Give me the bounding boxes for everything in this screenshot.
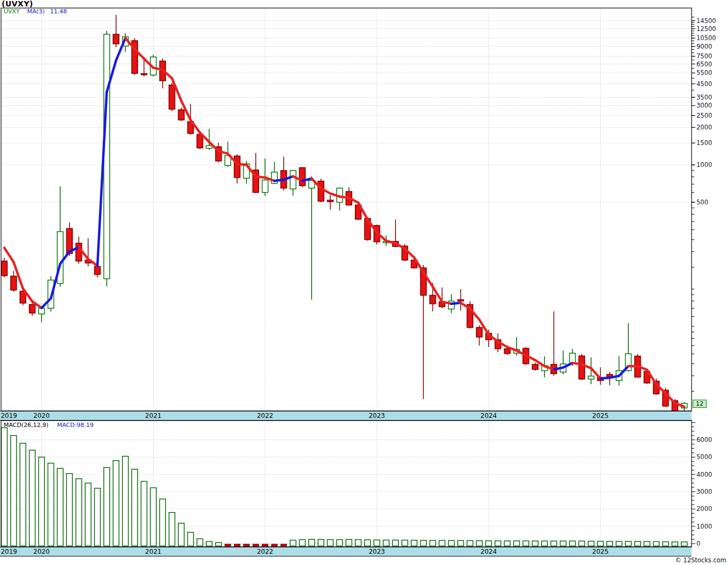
macd-bar xyxy=(570,541,575,546)
macd-bar xyxy=(672,542,678,546)
macd-bar xyxy=(150,488,156,546)
macd-bar xyxy=(430,540,436,546)
macd-bar xyxy=(486,541,491,546)
macd-bar xyxy=(654,541,659,546)
macd-bar xyxy=(29,450,35,546)
macd-bar xyxy=(421,540,427,546)
year-label: 2023 xyxy=(366,412,388,419)
year-label: 2020 xyxy=(31,412,52,419)
ticker-symbol-label: UVXY xyxy=(4,8,20,15)
macd-bar xyxy=(635,541,641,546)
macd-bar-negative xyxy=(253,544,259,546)
macd-bar xyxy=(48,463,54,546)
macd-bar xyxy=(625,541,631,546)
macd-bar xyxy=(355,540,361,546)
year-label: 2022 xyxy=(254,548,276,555)
price-axis-label: 9000 xyxy=(696,43,712,50)
macd-bar-negative xyxy=(225,544,231,546)
macd-bar xyxy=(85,483,91,546)
macd-bar xyxy=(560,541,566,546)
year-label: 2024 xyxy=(478,412,499,419)
macd-bar xyxy=(542,541,548,546)
macd-bar xyxy=(551,541,557,546)
macd-axis-label: 5000 xyxy=(696,453,712,461)
year-label: 2025 xyxy=(590,548,611,555)
macd-bar xyxy=(681,542,687,546)
page-title: (UVXY) xyxy=(2,0,33,8)
macd-bar xyxy=(20,443,26,546)
watermark-credit: © 12Stocks.com xyxy=(675,556,726,564)
year-label: 2023 xyxy=(366,548,388,555)
price-axis-label: 14500 xyxy=(696,17,716,25)
macd-bar xyxy=(104,468,110,546)
macd-legend: MACD(26,12,9)MACD:98.19 xyxy=(4,422,94,429)
price-axis-label: 12500 xyxy=(696,25,716,33)
price-chart-legend: UVXYMA(3)11.48 xyxy=(4,8,67,15)
macd-axis-label: 4000 xyxy=(696,471,712,478)
macd-bar xyxy=(532,541,538,546)
year-label: 2022 xyxy=(254,412,276,419)
price-axis-label: 5500 xyxy=(696,69,712,77)
last-price-marker: 12 xyxy=(693,400,707,408)
macd-bar xyxy=(290,540,296,546)
price-axis-label: 1500 xyxy=(696,139,712,147)
chart-canvas: 1450012500105009000750065005500450035003… xyxy=(0,0,728,565)
macd-bar xyxy=(346,539,352,546)
macd-bar xyxy=(383,540,389,546)
macd-bar xyxy=(169,513,175,546)
x-axis-band-top: 2019202020212022202320242025 xyxy=(0,411,692,421)
macd-bar-negative xyxy=(234,544,240,546)
year-label: 2020 xyxy=(31,548,52,555)
macd-bar xyxy=(504,541,510,546)
macd-bar xyxy=(337,540,343,546)
macd-bar xyxy=(11,436,17,546)
macd-axis-label: 2000 xyxy=(696,505,712,513)
macd-bar xyxy=(374,540,380,546)
price-axis-label: 2500 xyxy=(696,112,712,119)
macd-bar xyxy=(309,539,315,546)
price-axis-label: 10500 xyxy=(696,34,716,42)
chart-page: 1450012500105009000750065005500450035003… xyxy=(0,0,728,565)
price-axis-label: 4500 xyxy=(696,80,712,88)
year-label: 2019 xyxy=(0,548,20,555)
macd-bar xyxy=(439,540,445,546)
macd-bar xyxy=(95,488,101,546)
macd-bar xyxy=(607,541,613,546)
macd-bar xyxy=(449,540,454,546)
macd-bar xyxy=(132,469,138,546)
price-axis-label: 2000 xyxy=(696,124,712,131)
macd-bar xyxy=(216,543,222,546)
macd-bar-negative xyxy=(271,544,277,546)
macd-bar xyxy=(597,541,603,546)
macd-bar xyxy=(299,540,305,546)
macd-bar xyxy=(495,541,501,546)
year-label: 2024 xyxy=(478,548,499,555)
macd-bar xyxy=(328,540,333,546)
macd-bar xyxy=(616,541,622,546)
year-label: 2019 xyxy=(0,412,20,419)
x-axis-band-bottom: 2019202020212022202320242025 xyxy=(0,547,692,556)
macd-bar xyxy=(178,523,184,546)
macd-axis-label: 1000 xyxy=(696,523,712,530)
macd-bar xyxy=(2,427,7,546)
macd-bar xyxy=(663,542,669,546)
ma-indicator-value: 11.48 xyxy=(50,8,67,15)
macd-bar xyxy=(76,479,82,546)
macd-bar-negative xyxy=(281,544,287,546)
macd-bar xyxy=(39,457,44,546)
macd-params-label: MACD(26,12,9) xyxy=(4,422,49,429)
macd-bar xyxy=(188,532,194,546)
macd-bar xyxy=(123,456,128,546)
price-axis-label: 3000 xyxy=(696,102,712,109)
price-pane xyxy=(2,15,687,412)
macd-axis-label: 6000 xyxy=(696,436,712,444)
macd-bar-negative xyxy=(262,544,268,546)
macd-bar xyxy=(197,539,203,546)
macd-bar xyxy=(318,539,324,546)
price-axis-label: 7500 xyxy=(696,52,712,60)
year-label: 2025 xyxy=(590,412,611,419)
macd-bar xyxy=(113,461,119,546)
price-axis-label: 1000 xyxy=(696,161,712,169)
macd-bar-negative xyxy=(244,544,249,546)
macd-bar xyxy=(644,541,650,546)
